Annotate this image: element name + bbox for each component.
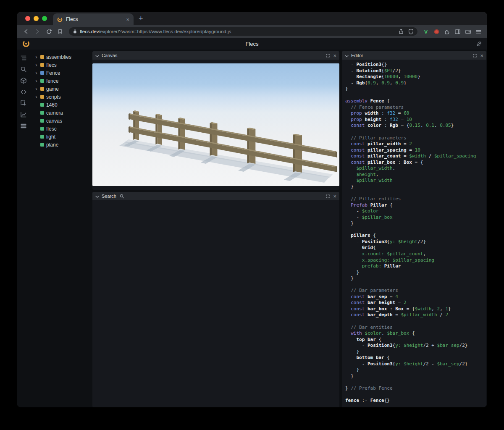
code-line	[345, 379, 483, 385]
wallet-icon[interactable]	[463, 27, 472, 36]
rail-chart-icon[interactable]	[19, 111, 28, 118]
expand-arrow-icon[interactable]: ›	[34, 78, 38, 84]
entity-tree: ›assemblies›flecs›Fence›fence›game›scrip…	[30, 51, 92, 407]
close-panel-icon[interactable]: ×	[333, 194, 336, 199]
tree-item-canvas[interactable]: canvas	[30, 117, 92, 125]
entity-color-square	[40, 135, 44, 139]
share-icon[interactable]	[398, 29, 404, 34]
minimize-window-button[interactable]	[34, 16, 39, 21]
entity-label: plane	[46, 142, 58, 148]
maximize-window-button[interactable]	[42, 16, 47, 21]
expand-panel-icon[interactable]	[326, 194, 330, 198]
expand-arrow-icon[interactable]: ›	[34, 94, 38, 100]
tree-item-flesc[interactable]: flesc	[30, 125, 92, 133]
entity-color-square	[40, 143, 44, 147]
search-panel-header[interactable]: Search ×	[92, 192, 339, 200]
canvas-panel-title: Canvas	[102, 53, 117, 58]
tree-item-camera[interactable]: camera	[30, 109, 92, 117]
tree-item-light[interactable]: light	[30, 133, 92, 141]
entity-color-square	[40, 63, 44, 67]
entity-color-square	[40, 55, 44, 59]
browser-tab-flecs[interactable]: Flecs ×	[53, 13, 134, 25]
entity-label: camera	[46, 110, 63, 116]
tree-item-plane[interactable]: plane	[30, 141, 92, 149]
rail-inspect-icon[interactable]	[19, 100, 28, 107]
code-line: x.spacing: $pillar_spacing	[345, 257, 483, 264]
extension-red-icon[interactable]	[432, 27, 441, 36]
code-line: with $color, $bar_box {	[345, 330, 483, 337]
editor-code[interactable]: - Position3{} - Rotation3{$PI/2} - Recta…	[342, 60, 486, 407]
tab-close-icon[interactable]: ×	[126, 17, 129, 22]
sidebar-toggle-icon[interactable]	[453, 27, 462, 36]
center-column: Canvas ×	[92, 51, 339, 407]
canvas-panel-header[interactable]: Canvas ×	[92, 51, 339, 60]
code-line	[345, 129, 483, 135]
rail-search-icon[interactable]	[19, 66, 28, 73]
browser-toolbar: flecs.dev/explorer/?wasm=https://www.fle…	[17, 25, 487, 38]
search-panel-title: Search	[102, 194, 116, 199]
expand-panel-icon[interactable]	[326, 54, 330, 58]
share-link-icon[interactable]	[476, 41, 482, 47]
forward-button[interactable]	[32, 27, 42, 36]
rail-rows-icon[interactable]	[19, 123, 28, 129]
entity-color-square	[40, 119, 44, 123]
editor-panel-header[interactable]: Editor ×	[342, 51, 486, 60]
extensions-puzzle-icon[interactable]	[442, 27, 452, 36]
url-bar[interactable]: flecs.dev/explorer/?wasm=https://www.fle…	[69, 27, 417, 36]
expand-arrow-icon[interactable]: ›	[34, 86, 38, 92]
code-line: const pillar_box : Box = {	[345, 160, 483, 166]
rail-outline-icon[interactable]	[19, 55, 28, 61]
menu-hamburger-icon[interactable]	[474, 27, 483, 36]
tree-item-fence[interactable]: ›fence	[30, 77, 92, 85]
code-line: // Bar parameters	[345, 288, 483, 294]
code-line: prefab: Pillar	[345, 263, 483, 270]
rail-code-icon[interactable]	[19, 89, 28, 95]
expand-arrow-icon[interactable]: ›	[34, 70, 38, 76]
code-line: prop height : f32 = 10	[345, 117, 483, 123]
close-window-button[interactable]	[25, 16, 30, 21]
code-line: // Fence parameters	[345, 105, 483, 111]
canvas-panel: Canvas ×	[92, 51, 339, 190]
expand-arrow-icon[interactable]: ›	[34, 62, 38, 68]
entity-color-square	[40, 103, 44, 107]
collapse-chevron-icon[interactable]	[345, 52, 349, 59]
bookmark-icon[interactable]	[55, 27, 65, 36]
expand-arrow-icon[interactable]: ›	[34, 54, 38, 60]
tree-item-1460[interactable]: 1460	[30, 101, 92, 109]
entity-color-square	[40, 95, 44, 99]
tab-favicon-flecs-icon	[57, 17, 63, 22]
code-line: fence :- Fence{}	[345, 398, 483, 404]
collapse-chevron-icon[interactable]	[95, 52, 99, 59]
canvas-3d-scene[interactable]	[92, 63, 339, 186]
close-panel-icon[interactable]: ×	[333, 53, 336, 58]
code-line: const pillar_width = 2	[345, 141, 483, 147]
editor-panel-title: Editor	[351, 53, 363, 58]
reload-button[interactable]	[44, 27, 54, 36]
expand-panel-icon[interactable]	[473, 54, 477, 58]
tree-item-scripts[interactable]: ›scripts	[30, 93, 92, 101]
code-line	[345, 392, 483, 398]
extension-v-icon[interactable]: V	[421, 27, 430, 36]
brave-shield-icon[interactable]	[408, 29, 414, 34]
traffic-lights	[17, 16, 53, 21]
code-line	[345, 318, 483, 325]
code-line: - Position3{y: $height/2}	[345, 239, 483, 245]
rail-entities-cube-icon[interactable]	[19, 77, 28, 84]
search-panel: Search ×	[92, 192, 339, 407]
search-icon	[120, 194, 124, 199]
tree-item-game[interactable]: ›game	[30, 85, 92, 93]
tree-item-assemblies[interactable]: ›assemblies	[30, 53, 92, 61]
app-header: Flecs	[17, 38, 487, 50]
close-panel-icon[interactable]: ×	[480, 53, 483, 58]
code-line: }	[345, 86, 483, 92]
search-results-area[interactable]	[92, 200, 339, 407]
new-tab-button[interactable]: +	[139, 15, 143, 22]
tree-item-flecs[interactable]: ›flecs	[30, 61, 92, 69]
code-line: }	[345, 184, 483, 190]
collapse-chevron-icon[interactable]	[95, 192, 99, 200]
entity-color-square	[40, 87, 44, 91]
entity-color-square	[40, 71, 44, 75]
back-button[interactable]	[21, 27, 31, 36]
tree-item-Fence[interactable]: ›Fence	[30, 69, 92, 77]
code-line	[345, 190, 483, 196]
